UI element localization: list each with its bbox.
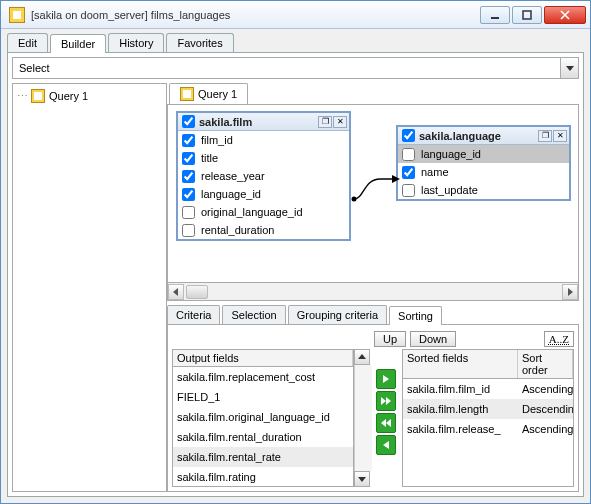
maximize-button[interactable]: [512, 6, 542, 24]
field-checkbox[interactable]: [182, 152, 195, 165]
output-scrollbar[interactable]: [354, 349, 372, 487]
field-checkbox[interactable]: [182, 206, 195, 219]
table-box-language[interactable]: sakila.language ❐ ✕ language_id name las…: [396, 125, 571, 201]
scroll-thumb[interactable]: [186, 285, 208, 299]
field-checkbox[interactable]: [182, 170, 195, 183]
table-close-button[interactable]: ✕: [553, 130, 567, 142]
tree-expander-icon: ⋯: [17, 90, 27, 103]
scroll-up-button[interactable]: [354, 349, 370, 365]
canvas-tab-label: Query 1: [198, 88, 237, 100]
remove-all-button[interactable]: [376, 413, 396, 433]
canvas-tab-query1[interactable]: Query 1: [169, 83, 248, 104]
scroll-right-button[interactable]: [562, 284, 578, 300]
canvas-tab-strip: Query 1: [167, 83, 579, 104]
list-item[interactable]: sakila.film.film_idAscending: [403, 379, 573, 399]
svg-rect-0: [491, 17, 499, 19]
field-label: name: [421, 166, 449, 178]
list-item[interactable]: sakila.film.rental_duration: [173, 427, 353, 447]
field-checkbox[interactable]: [182, 134, 195, 147]
table-select-all-language[interactable]: [402, 129, 415, 142]
move-down-button[interactable]: Down: [410, 331, 456, 347]
add-field-button[interactable]: [376, 369, 396, 389]
field-label: original_language_id: [201, 206, 303, 218]
output-fields-list[interactable]: Output fields sakila.film.replacement_co…: [172, 349, 354, 487]
scroll-left-button[interactable]: [168, 284, 184, 300]
field-name[interactable]: name: [398, 163, 569, 181]
field-label: language_id: [421, 148, 481, 160]
table-box-film[interactable]: sakila.film ❐ ✕ film_id title release_ye…: [176, 111, 351, 241]
window-title: [sakila on doom_server] films_languages: [31, 9, 480, 21]
output-fields-wrap: Output fields sakila.film.replacement_co…: [172, 349, 372, 487]
scroll-down-button[interactable]: [354, 471, 370, 487]
field-language-id[interactable]: language_id: [178, 185, 349, 203]
list-item[interactable]: sakila.film.replacement_cost: [173, 367, 353, 387]
tab-favorites[interactable]: Favorites: [166, 33, 233, 52]
canvas-horizontal-scrollbar[interactable]: [167, 283, 579, 301]
list-item[interactable]: sakila.film.rental_rate: [173, 447, 353, 467]
sort-order-toggle[interactable]: A..Z: [544, 331, 574, 347]
table-fields-film: film_id title release_year language_id o…: [178, 131, 349, 239]
join-connector[interactable]: [352, 175, 396, 203]
minimize-button[interactable]: [480, 6, 510, 24]
statement-type-bar: Select: [12, 57, 579, 79]
output-fields-body: sakila.film.replacement_cost FIELD_1 sak…: [173, 367, 353, 486]
sort-order-label: Ascending: [518, 422, 573, 436]
table-close-button[interactable]: ✕: [333, 116, 347, 128]
tab-builder[interactable]: Builder: [50, 34, 106, 53]
statement-type-dropdown[interactable]: [560, 58, 578, 78]
query-tree: ⋯ Query 1: [12, 83, 167, 492]
field-language-id[interactable]: language_id: [398, 145, 569, 163]
tab-history[interactable]: History: [108, 33, 164, 52]
table-select-all-film[interactable]: [182, 115, 195, 128]
list-item-label: sakila.film.rating: [173, 470, 353, 484]
diagram-canvas[interactable]: sakila.film ❐ ✕ film_id title release_ye…: [167, 104, 579, 283]
field-rental-duration[interactable]: rental_duration: [178, 221, 349, 239]
scroll-track[interactable]: [354, 365, 372, 471]
sorted-field-label: sakila.film.length: [403, 402, 518, 416]
close-button[interactable]: [544, 6, 586, 24]
move-up-button[interactable]: Up: [374, 331, 406, 347]
tab-grouping[interactable]: Grouping criteria: [288, 305, 387, 324]
field-title[interactable]: title: [178, 149, 349, 167]
list-item[interactable]: FIELD_1: [173, 387, 353, 407]
list-item-label: sakila.film.original_language_id: [173, 410, 353, 424]
table-title-film: sakila.film: [199, 116, 317, 128]
tab-sorting[interactable]: Sorting: [389, 306, 442, 325]
remove-field-button[interactable]: [376, 435, 396, 455]
sort-order-label: Descending: [518, 402, 573, 416]
list-item[interactable]: sakila.film.original_language_id: [173, 407, 353, 427]
list-item[interactable]: sakila.film.rating: [173, 467, 353, 486]
tab-selection[interactable]: Selection: [222, 305, 285, 324]
field-film-id[interactable]: film_id: [178, 131, 349, 149]
tree-node-query1[interactable]: ⋯ Query 1: [17, 88, 162, 104]
field-release-year[interactable]: release_year: [178, 167, 349, 185]
query-icon: [31, 89, 45, 103]
sorted-fields-header-label: Sorted fields: [403, 350, 518, 378]
table-restore-button[interactable]: ❐: [318, 116, 332, 128]
field-checkbox[interactable]: [182, 224, 195, 237]
svg-point-2: [352, 197, 357, 202]
sorted-fields-header: Sorted fields Sort order: [403, 350, 573, 379]
list-item-label: FIELD_1: [173, 390, 353, 404]
sorted-field-label: sakila.film.release_: [403, 422, 518, 436]
sorted-fields-list[interactable]: Sorted fields Sort order sakila.film.fil…: [402, 349, 574, 487]
list-item[interactable]: sakila.film.lengthDescending: [403, 399, 573, 419]
field-checkbox[interactable]: [182, 188, 195, 201]
list-item-label: sakila.film.replacement_cost: [173, 370, 353, 384]
tab-criteria[interactable]: Criteria: [167, 305, 220, 324]
tab-edit[interactable]: Edit: [7, 33, 48, 52]
sort-buttons-row: Up Down A..Z: [172, 329, 574, 349]
table-restore-button[interactable]: ❐: [538, 130, 552, 142]
list-item[interactable]: sakila.film.release_Ascending: [403, 419, 573, 439]
add-all-button[interactable]: [376, 391, 396, 411]
field-checkbox[interactable]: [402, 148, 415, 161]
field-checkbox[interactable]: [402, 166, 415, 179]
field-label: title: [201, 152, 218, 164]
field-checkbox[interactable]: [402, 184, 415, 197]
table-header-film[interactable]: sakila.film ❐ ✕: [178, 113, 349, 131]
field-last-update[interactable]: last_update: [398, 181, 569, 199]
transfer-buttons: [376, 349, 398, 487]
canvas-pane: Query 1 sakila.film ❐ ✕ film_id: [167, 83, 579, 492]
field-original-language-id[interactable]: original_language_id: [178, 203, 349, 221]
table-header-language[interactable]: sakila.language ❐ ✕: [398, 127, 569, 145]
